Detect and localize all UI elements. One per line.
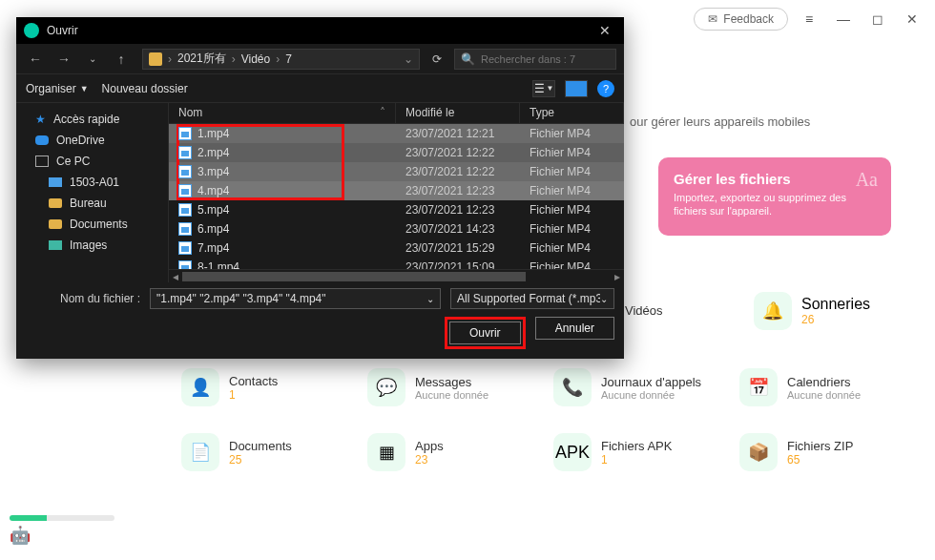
chevron-icon: ›: [276, 52, 280, 66]
tree-label: OneDrive: [56, 134, 105, 147]
category-item[interactable]: 📦 Fichiers ZIP 65: [739, 433, 906, 471]
file-name: 3.mp4: [197, 165, 229, 178]
tree-item[interactable]: OneDrive: [16, 130, 168, 151]
file-name: 1.mp4: [197, 127, 229, 140]
category-label: Messages: [415, 375, 488, 389]
breadcrumb[interactable]: › 2021所有 › Vidéo › 7 ⌄: [142, 49, 420, 70]
video-file-icon: [178, 165, 192, 178]
nav-tree: ★Accès rapideOneDriveCe PC1503-A01Bureau…: [16, 103, 169, 282]
file-name: 4.mp4: [197, 184, 229, 197]
file-row[interactable]: 6.mp4 23/07/2021 14:23 Fichier MP4: [169, 219, 624, 239]
feedback-button[interactable]: ✉ Feedback: [694, 8, 788, 31]
search-input[interactable]: [481, 53, 610, 65]
file-row[interactable]: 3.mp4 23/07/2021 12:22 Fichier MP4: [169, 162, 624, 181]
tree-item[interactable]: Bureau: [16, 193, 168, 214]
scroll-thumb[interactable]: [182, 272, 526, 281]
category-item[interactable]: 👤 Contacts 1: [181, 368, 348, 406]
file-name: 2.mp4: [197, 146, 229, 159]
category-icon: ▦: [367, 433, 405, 471]
search-box[interactable]: 🔍: [454, 49, 616, 70]
cancel-button[interactable]: Annuler: [535, 317, 614, 340]
category-count: 65: [787, 453, 853, 467]
view-details-icon[interactable]: ☰▼: [532, 80, 555, 97]
preview-pane-icon[interactable]: [565, 80, 588, 97]
file-type: Fichier MP4: [520, 184, 624, 197]
new-folder-button[interactable]: Nouveau dossier: [102, 82, 188, 95]
path-dropdown[interactable]: ⌄: [404, 52, 413, 66]
category-item[interactable]: 📄 Documents 25: [181, 433, 348, 471]
video-file-icon: [178, 146, 192, 159]
video-file-icon: [178, 184, 192, 197]
close-button[interactable]: ✕: [899, 6, 925, 32]
videos-label: Vidéos: [625, 303, 663, 318]
horizontal-scrollbar[interactable]: ◂ ▸: [169, 269, 624, 282]
card-subtitle: Importez, exportez ou supprimez des fich…: [674, 191, 876, 218]
tree-item[interactable]: 1503-A01: [16, 172, 168, 193]
scroll-left-icon[interactable]: ◂: [169, 270, 182, 283]
category-nodata: Aucune donnée: [601, 389, 701, 401]
tree-label: Accès rapide: [53, 113, 119, 126]
dialog-nav: ← → ⌄ ↑ › 2021所有 › Vidéo › 7 ⌄ ⟳ 🔍: [16, 44, 624, 74]
open-highlight: Ouvrir: [445, 317, 526, 349]
file-row[interactable]: 7.mp4 23/07/2021 15:29 Fichier MP4: [169, 239, 624, 258]
folder-icon: [149, 52, 162, 66]
col-type[interactable]: Type: [520, 103, 624, 123]
scroll-right-icon[interactable]: ▸: [611, 270, 624, 283]
maximize-button[interactable]: ◻: [864, 6, 891, 32]
category-label: Contacts: [229, 374, 278, 388]
chevron-icon: ›: [168, 52, 172, 66]
file-type: Fichier MP4: [520, 203, 624, 217]
tree-item[interactable]: Ce PC: [16, 151, 168, 172]
refresh-button[interactable]: ⟳: [426, 52, 448, 66]
path-seg[interactable]: 2021所有: [177, 51, 226, 67]
manage-files-card[interactable]: Gérer les fichiers Importez, exportez ou…: [658, 157, 891, 236]
open-button[interactable]: Ouvrir: [449, 321, 521, 344]
filename-combo[interactable]: "1.mp4" "2.mp4" "3.mp4" "4.mp4" ⌄: [150, 288, 441, 309]
filetype-filter[interactable]: All Supported Format (*.mp3;*. ⌄: [450, 288, 614, 309]
category-sonneries[interactable]: 🔔 Sonneries 26: [754, 292, 870, 330]
dialog-close-button[interactable]: ✕: [593, 23, 616, 38]
file-row[interactable]: 2.mp4 23/07/2021 12:22 Fichier MP4: [169, 143, 624, 162]
menu-icon[interactable]: ≡: [796, 6, 822, 32]
col-name[interactable]: Nom˄: [169, 103, 396, 123]
tree-label: 1503-A01: [70, 176, 119, 189]
tree-item[interactable]: Documents: [16, 214, 168, 235]
forward-button[interactable]: →: [52, 48, 75, 71]
search-icon: 🔍: [461, 52, 475, 66]
filename-value: "1.mp4" "2.mp4" "3.mp4" "4.mp4": [156, 292, 326, 305]
category-item[interactable]: APK Fichiers APK 1: [553, 433, 720, 471]
col-modified[interactable]: Modifié le: [396, 103, 520, 123]
tree-item[interactable]: Images: [16, 235, 168, 256]
back-button[interactable]: ←: [24, 48, 47, 71]
category-item[interactable]: 💬 Messages Aucune donnée: [367, 368, 534, 406]
recent-dropdown[interactable]: ⌄: [81, 48, 104, 71]
organize-menu[interactable]: Organiser▼: [26, 82, 89, 95]
up-button[interactable]: ↑: [110, 48, 133, 71]
category-item[interactable]: 📅 Calendriers Aucune donnée: [739, 368, 906, 406]
path-seg[interactable]: Vidéo: [241, 52, 270, 66]
file-row[interactable]: 5.mp4 23/07/2021 12:23 Fichier MP4: [169, 200, 624, 219]
category-icon: 📞: [553, 368, 592, 406]
category-icon: 💬: [367, 368, 405, 406]
minimize-button[interactable]: —: [830, 6, 857, 32]
file-type: Fichier MP4: [520, 165, 624, 178]
file-row[interactable]: 4.mp4 23/07/2021 12:23 Fichier MP4: [169, 181, 624, 200]
category-item[interactable]: 📞 Journaux d'appels Aucune donnée: [553, 368, 720, 406]
category-label: Sonneries: [801, 296, 870, 313]
category-item[interactable]: ▦ Apps 23: [367, 433, 534, 471]
dialog-title: Ouvrir: [47, 24, 78, 37]
chevron-down-icon: ⌄: [600, 294, 608, 304]
tree-item[interactable]: ★Accès rapide: [16, 109, 168, 130]
category-nodata: Aucune donnée: [415, 389, 488, 401]
tree-label: Ce PC: [56, 155, 90, 168]
path-seg[interactable]: 7: [285, 52, 292, 66]
category-icon: APK: [553, 433, 592, 471]
file-row[interactable]: 8-1.mp4 23/07/2021 15:09 Fichier MP4: [169, 258, 624, 269]
file-name: 5.mp4: [197, 203, 229, 217]
file-modified: 23/07/2021 15:09: [396, 260, 520, 269]
category-label: Apps: [415, 439, 444, 453]
file-row[interactable]: 1.mp4 23/07/2021 12:21 Fichier MP4: [169, 124, 624, 143]
file-name: 7.mp4: [197, 241, 229, 255]
help-icon[interactable]: ?: [597, 80, 614, 97]
file-list[interactable]: 1.mp4 23/07/2021 12:21 Fichier MP42.mp4 …: [169, 124, 624, 269]
